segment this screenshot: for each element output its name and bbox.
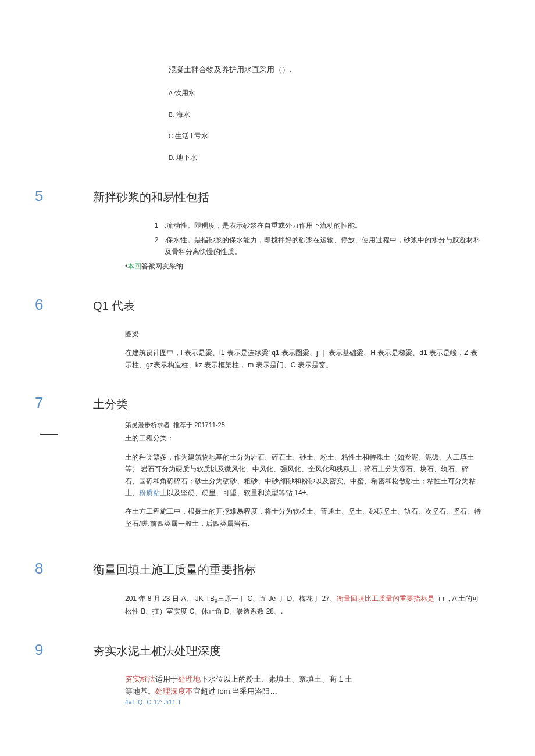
section-9-header: 9 夯实水泥土桩法处理深度 — [35, 638, 500, 662]
s8-a: 201 弹 8 月 23 日-A、-JK-TB — [125, 594, 215, 603]
list-item-2-text: .保水性。是指砂浆的保水能力，即搅拌好的砂浆在运输、停放、使用过程中，砂浆中的水… — [165, 234, 483, 258]
option-b-prefix: B. — [169, 112, 174, 118]
section-9-line1: 夯实桩法适用于处理地下水位以上的粉土、素填土、奈填土、商 1 土 — [125, 673, 483, 686]
section-7-link[interactable]: 粉质粘 — [139, 489, 160, 497]
option-c-prefix: C — [169, 133, 173, 139]
option-d-prefix: D. — [169, 155, 174, 161]
section-6-line2: 在建筑设计图中，l 表示是梁、l1 表示是连续梁' q1 表示圈梁、j ｜ 表示… — [125, 347, 483, 371]
section-8-para: 201 弹 8 月 23 日-A、-JK-TBx三原一丁 C、五 Je-丁 D、… — [125, 593, 483, 618]
section-5-body: 1 .流动性。即稠度，是表示砂浆在自重或外力作用下流动的性能。 2 .保水性。是… — [148, 220, 483, 272]
section-7-meta: 第灵漫步析求者_推荐于 201711-25 — [125, 420, 483, 431]
s9-r2: 处理地 — [178, 675, 201, 683]
section-8: 8 衡量回填土施工质量的重要指标 201 弹 8 月 23 日-A、-JK-TB… — [35, 557, 500, 617]
section-6-title: Q1 代表 — [93, 296, 135, 315]
section-7-line2: 土的种类繁多，作为建筑物地基的土分为岩石、碎石土、砂土、粉土、粘性土和特殊土（如… — [125, 452, 483, 499]
section-8-header: 8 衡量回填土施工质量的重要指标 — [35, 557, 500, 581]
s9-r1: 夯实桩法 — [125, 675, 155, 683]
section-7-line1: 土的工程分类： — [125, 432, 483, 444]
s8-b: 三原一丁 C、五 Je-丁 D、梅花丁 27、 — [217, 594, 337, 603]
s9-t4: 宜超过 lom.当采用洛阳… — [193, 687, 277, 696]
option-b: B. 海水 — [169, 109, 500, 120]
section-7-line3: 在土方工程施工中，根掘土的开挖难易程度，将士分为软松土、普通土、坚土、砂砾坚土、… — [125, 506, 483, 529]
list-item-1: 1 .流动性。即稠度，是表示砂浆在自重或外力作用下流动的性能。 — [148, 220, 483, 231]
option-b-text: 海水 — [176, 110, 190, 119]
section-9-title: 夯实水泥土桩法处理深度 — [93, 642, 221, 660]
section-6-body: 圈梁 在建筑设计图中，l 表示是梁、l1 表示是连续梁' q1 表示圈梁、j ｜… — [125, 328, 483, 371]
list-item-1-num: 1 — [148, 220, 165, 231]
section-9-meta: 4≡Γ-Q -C-1\^,Ji11.T — [125, 698, 483, 707]
option-a-prefix: A — [169, 90, 173, 96]
section-5: 5 新拌砂浆的和易性包括 1 .流动性。即稠度，是表示砂浆在自重或外力作用下流动… — [35, 184, 500, 273]
section-6-line1: 圈梁 — [125, 328, 483, 340]
option-a: A 饮用水 — [169, 88, 500, 99]
section-8-title: 衡量回填土施工质量的重要指标 — [93, 560, 256, 579]
section-7-header: 7 土分类 — [35, 391, 500, 415]
list-item-2: 2 .保水性。是指砂浆的保水能力，即搅拌好的砂浆在运输、停放、使用过程中，砂浆中… — [148, 234, 483, 258]
option-a-text: 饮用水 — [174, 89, 195, 97]
list-item-1-text: .流动性。即稠度，是表示砂浆在自重或外力作用下流动的性能。 — [165, 220, 483, 231]
option-c: C 生活 i 亏水 — [169, 131, 500, 142]
section-9-body: 夯实桩法适用于处理地下水位以上的粉土、素填土、奈填土、商 1 土 等地基。处理深… — [125, 673, 483, 707]
list-item-2-num: 2 — [148, 234, 165, 258]
section-5-number: 5 — [35, 184, 93, 209]
option-c-text: 生活 i 亏水 — [175, 132, 208, 140]
s8-red: 衡量回填比工质量的重要指标是 — [337, 594, 434, 603]
section-7: 7 土分类 第灵漫步析求者_推荐于 201711-25 土的工程分类： 土的种类… — [35, 391, 500, 536]
section-5-title: 新拌砂浆的和易性包括 — [93, 188, 209, 206]
question-4-stem: 混凝土拌合物及养护用水直采用（）. — [169, 64, 500, 76]
section-6-number: 6 — [35, 293, 93, 317]
question-4-options: 混凝土拌合物及养护用水直采用（）. A 饮用水 B. 海水 C 生活 i 亏水 … — [169, 64, 500, 164]
question-4-block: 混凝土拌合物及养护用水直采用（）. A 饮用水 B. 海水 C 生活 i 亏水 … — [35, 64, 500, 164]
note-green: 本回 — [127, 262, 141, 270]
section-6: 6 Q1 代表 圈梁 在建筑设计图中，l 表示是梁、l1 表示是连续梁' q1 … — [35, 293, 500, 371]
section-7-flex: 第灵漫步析求者_推荐于 201711-25 土的工程分类： 土的种类繁多，作为建… — [35, 420, 500, 536]
note-rest: 答被网友采纳 — [141, 262, 183, 270]
section-8-number: 8 — [35, 557, 93, 581]
section-5-note: •本回答被网友采纳 — [125, 261, 483, 272]
section-7-l2c: 土以及坚硬、硬里、可望、软量和流型等钻 14±. — [160, 489, 308, 497]
section-8-body: 201 弹 8 月 23 日-A、-JK-TBx三原一丁 C、五 Je-丁 D、… — [125, 593, 483, 618]
option-d-text: 地下水 — [176, 153, 197, 162]
s9-t2: 下水位以上的粉土、素填土、奈填土、商 1 土 — [201, 675, 352, 683]
section-9-line2: 等地基。处理深度不宜超过 lom.当采用洛阳… — [125, 686, 483, 698]
section-9-number: 9 — [35, 638, 93, 662]
option-d: D. 地下水 — [169, 152, 500, 163]
s9-r3: 处理深度不 — [155, 687, 193, 696]
s9-t3: 等地基。 — [125, 687, 155, 696]
section-7-title: 土分类 — [93, 395, 128, 413]
section-7-body: 第灵漫步析求者_推荐于 201711-25 土的工程分类： 土的种类繁多，作为建… — [125, 420, 483, 536]
checkmark-icon — [35, 420, 93, 536]
section-7-number: 7 — [35, 391, 93, 415]
section-9: 9 夯实水泥土桩法处理深度 夯实桩法适用于处理地下水位以上的粉土、素填土、奈填土… — [35, 638, 500, 707]
section-5-header: 5 新拌砂浆的和易性包括 — [35, 184, 500, 209]
s9-t1: 适用于 — [155, 675, 178, 683]
section-6-header: 6 Q1 代表 — [35, 293, 500, 317]
